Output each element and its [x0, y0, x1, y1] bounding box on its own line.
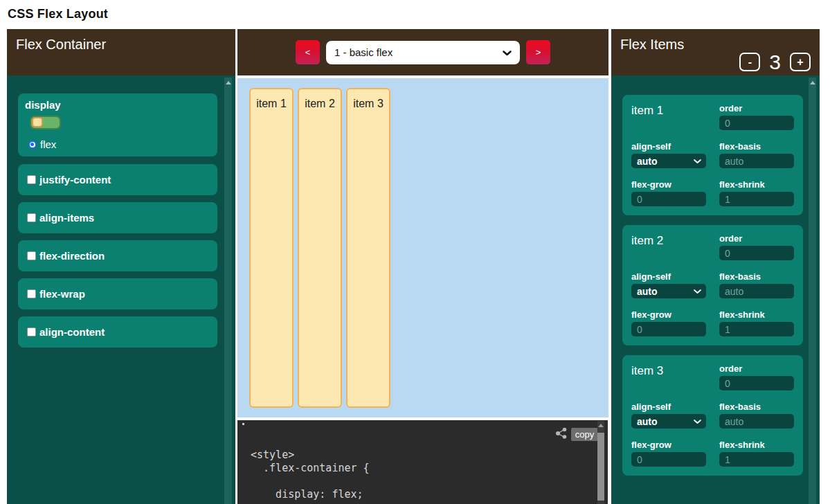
flex-shrink-input[interactable]	[719, 452, 794, 467]
flex-grow-input[interactable]	[631, 192, 706, 206]
property-checkbox[interactable]	[27, 289, 36, 298]
preview-flex-item: item 3	[346, 88, 390, 408]
flex-grow-cell: flex-grow	[631, 180, 706, 206]
align-self-cell: align-self auto	[631, 272, 706, 298]
flex-shrink-label: flex-shrink	[719, 180, 794, 190]
code-text: <style> .flex-container { display: flex;	[237, 420, 608, 501]
flex-items-panel-title: Flex Items	[620, 35, 811, 53]
display-label: display	[25, 99, 61, 111]
flex-grow-input[interactable]	[631, 322, 706, 336]
property-checkbox[interactable]	[27, 251, 36, 260]
display-flex-radio[interactable]	[28, 141, 37, 149]
display-flex-radio-label: flex	[40, 138, 56, 150]
flex-grow-cell: flex-grow	[631, 440, 706, 467]
order-cell: order	[719, 104, 794, 130]
preview-flex-item-label: item 1	[256, 98, 287, 109]
order-label: order	[719, 104, 794, 114]
item-count-controls: - 3 +	[739, 53, 811, 71]
flex-shrink-cell: flex-shrink	[719, 440, 794, 467]
add-item-button[interactable]: +	[790, 53, 811, 71]
next-scene-button[interactable]: >	[526, 40, 550, 64]
scroll-up-arrow-icon	[810, 81, 815, 84]
flex-shrink-input[interactable]	[719, 322, 794, 336]
code-scrollbar-thumb[interactable]	[597, 433, 604, 501]
align-self-select-wrap: auto	[631, 284, 706, 298]
item-count: 3	[769, 53, 781, 71]
scene-select[interactable]: 1 - basic flex	[326, 41, 520, 64]
property-label: align-items	[39, 212, 94, 224]
flex-items-panel-header: Flex Items - 3 +	[611, 29, 820, 75]
flex-items-panel-scrollbar[interactable]	[809, 78, 816, 504]
display-toggle-knob	[32, 117, 43, 127]
property-checkbox[interactable]	[27, 175, 36, 184]
item-name-cell: item 3	[631, 364, 706, 390]
page-title: CSS Flex Layout	[8, 7, 108, 21]
property-card[interactable]: align-content	[18, 316, 217, 348]
share-icon[interactable]	[555, 426, 568, 440]
scroll-up-arrow-icon	[226, 81, 231, 84]
remove-item-button[interactable]: -	[739, 53, 760, 71]
property-card[interactable]: flex-wrap	[18, 278, 217, 309]
flex-basis-cell: flex-basis	[719, 142, 794, 168]
flex-grow-cell: flex-grow	[631, 310, 706, 336]
align-self-select-wrap: auto	[631, 154, 706, 168]
property-checkbox[interactable]	[27, 327, 36, 336]
prev-scene-button[interactable]: <	[296, 40, 320, 64]
flex-shrink-label: flex-shrink	[719, 310, 794, 320]
flex-item-card: item 3 order align-self auto flex-basis …	[622, 355, 803, 476]
preview-flex-item: item 1	[249, 88, 294, 408]
flex-container-panel-title: Flex Container	[16, 35, 226, 53]
order-input[interactable]	[719, 376, 794, 390]
copy-button[interactable]: copy	[571, 428, 598, 441]
flex-shrink-label: flex-shrink	[719, 440, 794, 450]
order-cell: order	[719, 234, 794, 260]
preview-flex-item-label: item 2	[305, 98, 335, 109]
flex-basis-input[interactable]	[719, 284, 794, 298]
align-self-select[interactable]: auto	[631, 284, 706, 298]
align-self-cell: align-self auto	[631, 402, 706, 429]
code-scrollbar[interactable]	[597, 421, 604, 504]
align-self-select[interactable]: auto	[631, 414, 706, 429]
property-label: flex-wrap	[39, 288, 85, 300]
display-property-card: display flex	[18, 93, 217, 156]
flex-grow-input[interactable]	[631, 452, 706, 467]
align-self-cell: align-self auto	[631, 142, 706, 168]
property-card[interactable]: flex-direction	[18, 240, 217, 271]
order-label: order	[719, 234, 794, 244]
flex-item-card-list: item 1 order align-self auto flex-basis …	[622, 95, 820, 476]
scene-bar: < 1 - basic flex >	[237, 29, 608, 75]
property-card[interactable]: justify-content	[18, 164, 217, 195]
property-card[interactable]: align-items	[18, 202, 217, 233]
flex-items-panel: Flex Items - 3 + item 1 order align-self…	[611, 29, 820, 504]
order-cell: order	[719, 364, 794, 390]
container-property-list: display flex justify-content align-items…	[18, 93, 217, 348]
flex-shrink-cell: flex-shrink	[719, 180, 794, 206]
property-label: flex-direction	[39, 250, 105, 262]
preview-column: < 1 - basic flex > item 1 item 2 item 3 …	[237, 29, 608, 504]
align-self-select[interactable]: auto	[631, 154, 706, 168]
flex-grow-label: flex-grow	[631, 180, 706, 190]
flex-basis-input[interactable]	[719, 154, 794, 168]
flex-item-card: item 2 order align-self auto flex-basis …	[622, 225, 803, 345]
flex-grow-label: flex-grow	[631, 310, 706, 320]
property-checkbox[interactable]	[27, 213, 36, 222]
flex-basis-label: flex-basis	[719, 402, 794, 412]
order-input[interactable]	[719, 116, 794, 130]
item-name: item 3	[631, 364, 663, 377]
align-self-label: align-self	[631, 272, 706, 282]
flex-basis-input[interactable]	[719, 414, 794, 429]
item-name: item 2	[631, 234, 663, 247]
flex-container-panel-scrollbar[interactable]	[224, 78, 232, 504]
flex-shrink-input[interactable]	[719, 192, 794, 206]
align-self-label: align-self	[631, 142, 706, 152]
property-checkbox-cards: justify-content align-items flex-directi…	[18, 164, 217, 348]
display-toggle[interactable]	[30, 116, 61, 129]
preview-flex-item: item 2	[298, 88, 342, 408]
display-flex-radio-row: flex	[28, 138, 210, 150]
flex-container-panel-header: Flex Container	[7, 29, 235, 75]
property-label: align-content	[39, 326, 105, 339]
scene-select-wrap: 1 - basic flex	[326, 41, 520, 64]
align-self-label: align-self	[631, 402, 706, 412]
radio-dot	[30, 143, 34, 146]
order-input[interactable]	[719, 246, 794, 260]
